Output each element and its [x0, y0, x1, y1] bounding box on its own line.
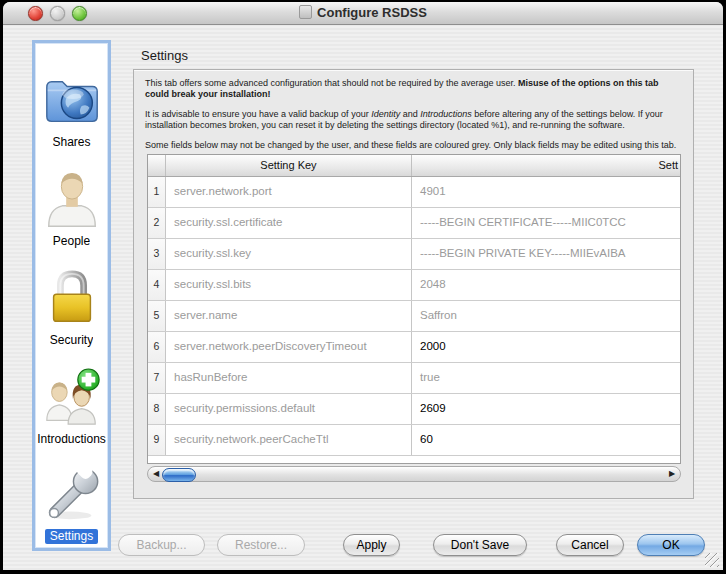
row-number: 3 [148, 239, 166, 269]
setting-value-cell[interactable]: 4901 [412, 177, 680, 207]
backup-button[interactable]: Backup... [118, 534, 205, 556]
people-plus-icon [41, 368, 103, 430]
table-row: 6server.network.peerDiscoveryTimeout2000 [148, 332, 680, 363]
ok-button[interactable]: OK [637, 534, 705, 556]
setting-key-cell[interactable]: security.network.peerCacheTtl [166, 425, 412, 455]
resize-grip-icon[interactable] [705, 553, 719, 567]
screen: Configure RSDSS [0, 0, 726, 574]
dont-save-button[interactable]: Don't Save [433, 534, 527, 556]
setting-key-cell[interactable]: server.network.port [166, 177, 412, 207]
setting-key-cell[interactable]: server.name [166, 301, 412, 331]
setting-key-cell[interactable]: security.ssl.key [166, 239, 412, 269]
folder-globe-icon [41, 71, 103, 133]
person-icon [41, 170, 103, 232]
restore-button[interactable]: Restore... [217, 534, 305, 556]
setting-key-cell[interactable]: server.network.peerDiscoveryTimeout [166, 332, 412, 362]
advisory-paragraph-3: Some fields below may not be changed by … [145, 140, 682, 151]
apply-button[interactable]: Apply [343, 534, 400, 556]
setting-key-cell[interactable]: security.ssl.bits [166, 270, 412, 300]
advisory-text: This tab offers some advanced configurat… [134, 70, 693, 151]
sidebar-item-label: Introductions [37, 432, 106, 447]
row-number: 2 [148, 208, 166, 238]
horizontal-scrollbar[interactable]: ◀ ▶ [147, 466, 681, 482]
table-row: 4security.ssl.bits2048 [148, 270, 680, 301]
window-title-area: Configure RSDSS [3, 2, 723, 24]
wrench-icon [41, 465, 103, 527]
table-row: 2security.ssl.certificate-----BEGIN CERT… [148, 208, 680, 239]
settings-table-body: 1server.network.port49012security.ssl.ce… [148, 177, 680, 456]
sidebar-item-label: Security [50, 333, 93, 348]
sidebar-item-label: People [53, 234, 90, 249]
scroll-left-arrow-icon[interactable]: ◀ [150, 467, 162, 481]
sidebar: Shares People [32, 40, 111, 551]
row-number: 1 [148, 177, 166, 207]
sidebar-item-introductions[interactable]: Introductions [35, 350, 108, 447]
setting-value-cell[interactable]: true [412, 363, 680, 393]
row-number: 9 [148, 425, 166, 455]
table-row: 3security.ssl.key-----BEGIN PRIVATE KEY-… [148, 239, 680, 270]
page-title: Settings [141, 48, 188, 63]
table-row: 7hasRunBeforetrue [148, 363, 680, 394]
table-row: 1server.network.port4901 [148, 177, 680, 208]
titlebar[interactable]: Configure RSDSS [3, 2, 723, 25]
table-row: 9security.network.peerCacheTtl60 [148, 425, 680, 456]
table-row: 8security.permissions.default2609 [148, 394, 680, 425]
sidebar-item-people[interactable]: People [35, 152, 108, 249]
sidebar-item-label: Settings [45, 529, 98, 544]
window-proxy-icon [299, 5, 312, 19]
scrollbar-thumb[interactable] [162, 468, 196, 482]
setting-value-cell[interactable]: -----BEGIN CERTIFICATE-----MIIC0TCC [412, 208, 680, 238]
settings-table: Setting Key Sett 1server.network.port490… [147, 154, 681, 464]
setting-value-cell[interactable]: 2048 [412, 270, 680, 300]
setting-value-cell[interactable]: Saffron [412, 301, 680, 331]
setting-key-cell[interactable]: security.permissions.default [166, 394, 412, 424]
cancel-button[interactable]: Cancel [556, 534, 624, 556]
window-title: Configure RSDSS [317, 5, 427, 20]
advisory-paragraph-1: This tab offers some advanced configurat… [145, 78, 682, 100]
table-row: 5server.nameSaffron [148, 301, 680, 332]
setting-key-header[interactable]: Setting Key [166, 155, 412, 176]
row-number: 8 [148, 394, 166, 424]
advisory-paragraph-2: It is advisable to ensure you have a val… [145, 109, 682, 131]
setting-value-cell[interactable]: 2000 [412, 332, 680, 362]
row-number: 4 [148, 270, 166, 300]
setting-value-cell[interactable]: -----BEGIN PRIVATE KEY-----MIIEvAIBA [412, 239, 680, 269]
configure-rsdss-window: Configure RSDSS [3, 2, 723, 570]
settings-panel: This tab offers some advanced configurat… [133, 69, 694, 499]
row-number-header [148, 155, 166, 176]
setting-key-cell[interactable]: security.ssl.certificate [166, 208, 412, 238]
row-number: 6 [148, 332, 166, 362]
setting-value-header[interactable]: Sett [412, 155, 680, 176]
row-number: 5 [148, 301, 166, 331]
row-number: 7 [148, 363, 166, 393]
setting-value-cell[interactable]: 60 [412, 425, 680, 455]
table-header: Setting Key Sett [148, 155, 680, 177]
setting-key-cell[interactable]: hasRunBefore [166, 363, 412, 393]
padlock-icon [41, 269, 103, 331]
sidebar-item-shares[interactable]: Shares [35, 53, 108, 150]
scroll-right-arrow-icon[interactable]: ▶ [666, 467, 678, 481]
sidebar-item-settings[interactable]: Settings [35, 447, 108, 544]
sidebar-item-label: Shares [52, 135, 90, 150]
setting-value-cell[interactable]: 2609 [412, 394, 680, 424]
sidebar-item-security[interactable]: Security [35, 251, 108, 348]
